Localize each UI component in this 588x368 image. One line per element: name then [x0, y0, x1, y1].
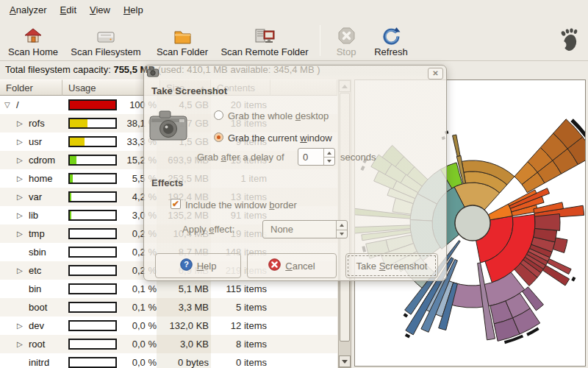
expander-icon[interactable]: ▷ — [17, 340, 29, 348]
arrow-down-icon — [342, 360, 348, 364]
folder-name: boot — [29, 302, 47, 313]
contents-value: 115 items — [211, 283, 267, 294]
menu-view[interactable]: View — [83, 1, 117, 18]
remote-folder-icon — [218, 22, 312, 45]
stop-icon — [326, 22, 366, 45]
expander-icon[interactable]: ▷ — [17, 211, 29, 219]
scan-home-button[interactable]: Scan Home — [3, 22, 63, 57]
usage-bar — [68, 339, 117, 350]
expander-icon[interactable]: ▷ — [17, 156, 29, 164]
toolbar: Scan Home Scan Filesystem Scan Folder — [0, 19, 588, 61]
stop-label: Stop — [326, 46, 366, 57]
gnome-logo-icon — [557, 26, 581, 56]
spin-down-button[interactable] — [324, 157, 334, 165]
combo-down-button[interactable] — [337, 230, 347, 238]
usage-percent: 0,0 % — [118, 320, 157, 331]
folder-name: dev — [29, 320, 44, 331]
usage-bar — [68, 210, 117, 221]
spin-up-button[interactable] — [324, 149, 334, 157]
folder-name: initrd — [29, 357, 49, 368]
take-screenshot-label: Take Screenshot — [356, 261, 428, 272]
usage-bar — [68, 357, 117, 368]
help-label: Help — [197, 261, 217, 272]
size-value: 0 bytes — [157, 353, 211, 368]
folder-name: sbin — [29, 247, 46, 258]
apply-effect-combobox[interactable]: None — [262, 220, 348, 238]
scroll-down-button[interactable] — [339, 355, 351, 367]
camera-mini-icon — [147, 66, 159, 80]
size-value: 132,0 KB — [157, 316, 211, 335]
include-border-label[interactable]: Include the window border — [185, 199, 297, 210]
expander-icon[interactable]: ▷ — [17, 193, 29, 201]
usage-bar — [68, 320, 117, 331]
folder-name: cdrom — [29, 155, 55, 166]
cancel-button[interactable]: Cancel — [247, 253, 337, 278]
delay-suffix-label: seconds — [340, 152, 376, 163]
stop-button: Stop — [326, 22, 366, 57]
menubar: Analyzer Edit View Help — [0, 0, 588, 19]
menu-help[interactable]: Help — [117, 1, 150, 18]
usage-percent: 0,0 % — [118, 357, 157, 368]
contents-value: 8 items — [211, 339, 267, 350]
usage-bar — [68, 302, 117, 313]
take-screenshot-button[interactable]: Take Screenshot — [345, 253, 438, 278]
menu-edit[interactable]: Edit — [54, 1, 83, 18]
scan-remote-folder-button[interactable]: Scan Remote Folder — [218, 22, 312, 57]
size-value: 3,0 KB — [157, 335, 211, 353]
capacity-label: Total filesystem capacity: — [5, 64, 111, 75]
table-row[interactable]: bin 0,1 % 5,1 MB 115 items — [0, 280, 337, 298]
scan-filesystem-button[interactable]: Scan Filesystem — [65, 22, 147, 57]
help-icon: ? — [180, 258, 193, 273]
home-icon — [3, 22, 63, 45]
folder-icon — [148, 22, 216, 45]
size-value: 5,1 MB — [157, 280, 211, 298]
folder-name: rofs — [29, 118, 45, 129]
usage-bar — [68, 228, 117, 239]
effects-heading: Effects — [151, 177, 183, 188]
combo-up-button[interactable] — [337, 221, 347, 230]
camera-icon — [148, 107, 188, 145]
toolbar-separator — [320, 25, 320, 56]
include-border-checkbox[interactable]: ✔ — [171, 199, 181, 209]
refresh-button[interactable]: Refresh — [369, 22, 413, 57]
radio-grab-window-label[interactable]: Grab the current window — [228, 132, 332, 144]
expander-icon[interactable]: ▷ — [17, 266, 29, 275]
scan-folder-button[interactable]: Scan Folder — [148, 22, 216, 57]
usage-bar — [68, 136, 117, 147]
menu-analyzer[interactable]: Analyzer — [3, 1, 54, 18]
contents-value: 12 items — [211, 320, 267, 331]
dialog-title: Take Screenshot — [151, 85, 227, 96]
cancel-icon — [268, 258, 281, 273]
column-header-folder[interactable]: Folder — [0, 79, 62, 96]
cancel-label: Cancel — [285, 261, 315, 272]
folder-name: etc — [29, 265, 41, 276]
radio-grab-desktop-label[interactable]: Grab the whole desktop — [228, 110, 329, 121]
scan-folder-label: Scan Folder — [148, 46, 216, 57]
usage-percent: 0,1 % — [118, 302, 157, 313]
radio-grab-desktop[interactable] — [214, 110, 223, 120]
scan-remote-folder-label: Scan Remote Folder — [218, 46, 312, 57]
table-row[interactable]: boot 0,1 % 3,3 MB 5 items — [0, 298, 337, 316]
table-row[interactable]: initrd 0,0 % 0 bytes 0 items — [0, 353, 337, 368]
delay-value: 0 — [303, 152, 308, 163]
usage-percent: 0,1 % — [118, 283, 157, 294]
folder-name: lib — [29, 210, 38, 221]
delay-spinbox[interactable]: 0 — [298, 148, 335, 166]
help-button[interactable]: ? Help — [155, 253, 241, 278]
arrow-up-icon — [340, 224, 344, 227]
folder-name: tmp — [29, 228, 45, 239]
size-value: 3,3 MB — [157, 298, 211, 316]
usage-percent: 0,0 % — [118, 339, 157, 350]
expander-icon[interactable]: ▷ — [17, 174, 29, 183]
expander-icon[interactable]: ▽ — [4, 101, 16, 109]
expander-icon[interactable]: ▷ — [17, 322, 29, 330]
table-row[interactable]: ▷ root 0,0 % 3,0 KB 8 items — [0, 335, 337, 353]
table-row[interactable]: ▷ dev 0,0 % 132,0 KB 12 items — [0, 316, 337, 335]
expander-icon[interactable]: ▷ — [17, 119, 29, 127]
dialog-close-button[interactable]: ✕ — [428, 68, 443, 79]
effect-value: None — [270, 224, 293, 235]
contents-value: 5 items — [211, 302, 267, 313]
radio-grab-window[interactable] — [214, 132, 223, 142]
expander-icon[interactable]: ▷ — [17, 138, 29, 146]
expander-icon[interactable]: ▷ — [17, 230, 29, 238]
